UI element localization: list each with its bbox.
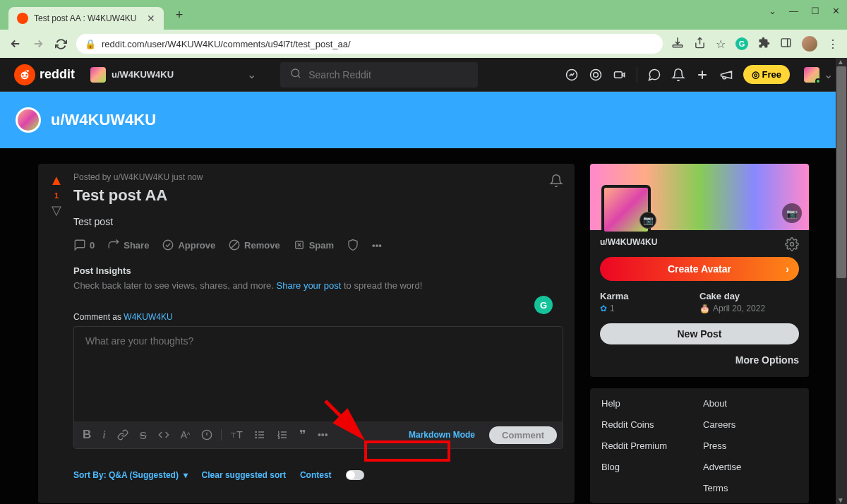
comment-textarea[interactable] xyxy=(74,327,563,419)
install-icon[interactable] xyxy=(671,36,684,52)
svg-point-8 xyxy=(590,69,601,80)
comments-action[interactable]: 0 xyxy=(73,239,95,251)
upvote-icon[interactable]: ▲ xyxy=(49,172,64,188)
notifications-bell-icon[interactable] xyxy=(671,68,685,82)
side-panel-icon[interactable] xyxy=(780,37,792,52)
about-link[interactable]: About xyxy=(703,398,727,409)
search-icon xyxy=(290,68,301,82)
reload-icon[interactable] xyxy=(54,37,68,51)
comment-as-user-link[interactable]: W4KUW4KU xyxy=(124,312,172,322)
chevron-down-icon[interactable]: ⌄ xyxy=(247,68,256,81)
chrome-menu-icon[interactable]: ⋮ xyxy=(827,37,839,51)
downvote-icon[interactable]: ▽ xyxy=(52,203,61,218)
clear-suggested-sort[interactable]: Clear suggested sort xyxy=(202,470,286,480)
press-link[interactable]: Press xyxy=(703,440,726,451)
search-field[interactable] xyxy=(308,69,468,80)
heading-icon[interactable]: ⊤T xyxy=(227,426,246,443)
svg-point-9 xyxy=(593,72,598,77)
scroll-down-icon[interactable]: ▼ xyxy=(837,496,844,504)
terms-link[interactable]: Terms xyxy=(703,483,728,493)
edit-avatar-camera-icon[interactable]: 📷 xyxy=(639,212,656,229)
strikethrough-icon[interactable]: S xyxy=(137,426,150,444)
grammarly-badge-icon[interactable]: G xyxy=(534,296,553,314)
number-list-icon[interactable] xyxy=(274,426,291,443)
popular-icon[interactable] xyxy=(565,68,579,82)
post-author-link[interactable]: u/W4KUW4KU xyxy=(114,172,169,182)
close-window-icon[interactable]: ✕ xyxy=(832,6,840,16)
post-notifications-bell-icon[interactable] xyxy=(549,174,563,191)
search-input[interactable] xyxy=(280,62,478,88)
spam-action[interactable]: Spam xyxy=(293,239,334,251)
coin-icon[interactable] xyxy=(589,68,603,82)
approve-action[interactable]: Approve xyxy=(162,239,215,251)
superscript-icon[interactable]: A^ xyxy=(178,426,193,443)
contest-toggle[interactable] xyxy=(346,470,364,480)
free-label: Free xyxy=(762,69,781,80)
help-link[interactable]: Help xyxy=(601,398,620,409)
share-icon[interactable] xyxy=(694,37,706,52)
bullet-list-icon[interactable] xyxy=(251,426,268,443)
megaphone-icon[interactable] xyxy=(719,68,733,82)
reddit-coins-link[interactable]: Reddit Coins xyxy=(601,419,654,430)
minimize-icon[interactable]: — xyxy=(789,6,798,16)
grammarly-icon[interactable]: G xyxy=(735,37,748,50)
reddit-premium-link[interactable]: Reddit Premium xyxy=(601,440,667,451)
banner-username: u/W4KUW4KU xyxy=(51,111,156,129)
markdown-mode-button[interactable]: Markdown Mode xyxy=(404,427,479,443)
chevron-down-icon[interactable]: ⌄ xyxy=(769,6,776,16)
italic-icon[interactable]: i xyxy=(100,426,108,444)
coin-icon: ◎ xyxy=(752,69,759,80)
scroll-up-icon[interactable]: ▲ xyxy=(837,58,844,66)
chrome-profile-avatar[interactable] xyxy=(802,36,817,52)
svg-point-17 xyxy=(256,437,256,438)
forward-icon[interactable] xyxy=(31,37,45,51)
more-action[interactable]: ••• xyxy=(372,240,382,251)
scrollbar[interactable]: ▲ ▼ xyxy=(836,58,847,504)
svg-rect-1 xyxy=(781,38,791,46)
url-input[interactable]: 🔒 reddit.com/user/W4KUW4KU/comments/u94l… xyxy=(76,34,663,54)
careers-link[interactable]: Careers xyxy=(703,419,735,430)
quote-icon[interactable]: ❞ xyxy=(296,424,309,445)
spoiler-icon[interactable] xyxy=(198,426,215,443)
bold-icon[interactable]: B xyxy=(80,425,94,445)
shield-action[interactable] xyxy=(347,239,359,251)
link-icon[interactable] xyxy=(114,426,131,443)
comment-button[interactable]: Comment xyxy=(489,426,557,444)
browser-tab[interactable]: Test post AA : W4KUW4KU ✕ xyxy=(8,7,164,30)
sort-row: Sort By: Q&A (Suggested) ▾ Clear suggest… xyxy=(73,470,563,480)
close-tab-icon[interactable]: ✕ xyxy=(147,13,155,24)
blog-link[interactable]: Blog xyxy=(601,462,620,472)
more-options-button[interactable]: More Options xyxy=(600,354,799,366)
extensions-puzzle-icon[interactable] xyxy=(758,37,770,52)
advertise-link[interactable]: Advertise xyxy=(703,462,741,472)
free-button[interactable]: ◎ Free xyxy=(743,65,790,84)
remove-action[interactable]: Remove xyxy=(228,239,280,251)
scrollbar-thumb[interactable] xyxy=(836,66,846,278)
reddit-logo[interactable]: reddit xyxy=(14,64,75,85)
svg-point-3 xyxy=(22,73,24,76)
maximize-icon[interactable]: ☐ xyxy=(811,6,819,16)
create-post-icon[interactable] xyxy=(695,68,709,82)
window-titlebar: Test post AA : W4KUW4KU ✕ + ⌄ — ☐ ✕ xyxy=(0,0,847,30)
contest-label: Contest xyxy=(300,470,332,480)
sort-by-picker[interactable]: Sort By: Q&A (Suggested) ▾ xyxy=(73,470,188,480)
share-your-post-link[interactable]: Share your post xyxy=(277,280,342,291)
user-menu[interactable]: ⌄ xyxy=(804,67,833,83)
lock-icon: 🔒 xyxy=(85,39,96,49)
back-icon[interactable] xyxy=(8,37,23,51)
live-icon[interactable] xyxy=(613,68,627,82)
edit-cover-camera-icon[interactable]: 📷 xyxy=(782,203,802,223)
inline-code-icon[interactable] xyxy=(155,426,172,443)
url-text: reddit.com/user/W4KUW4KU/comments/u94l7t… xyxy=(102,39,351,49)
chat-icon[interactable] xyxy=(647,68,661,82)
gear-icon[interactable] xyxy=(785,237,799,254)
post-panel: ▲ 1 ▽ Posted by u/W4KUW4KU just now Test… xyxy=(38,164,575,503)
new-post-button[interactable]: New Post xyxy=(600,323,799,344)
more-formatting-icon[interactable]: ••• xyxy=(315,426,331,443)
create-avatar-button[interactable]: Create Avatar› xyxy=(600,257,799,281)
share-action[interactable]: Share xyxy=(107,239,149,251)
new-tab-button[interactable]: + xyxy=(169,5,189,25)
community-picker[interactable]: u/W4KUW4KU xyxy=(90,67,174,83)
profile-card: 📷 📷 u/W4KUW4KU Create Avatar› Karma ✿1 C… xyxy=(590,164,809,377)
bookmark-star-icon[interactable]: ☆ xyxy=(716,37,726,51)
